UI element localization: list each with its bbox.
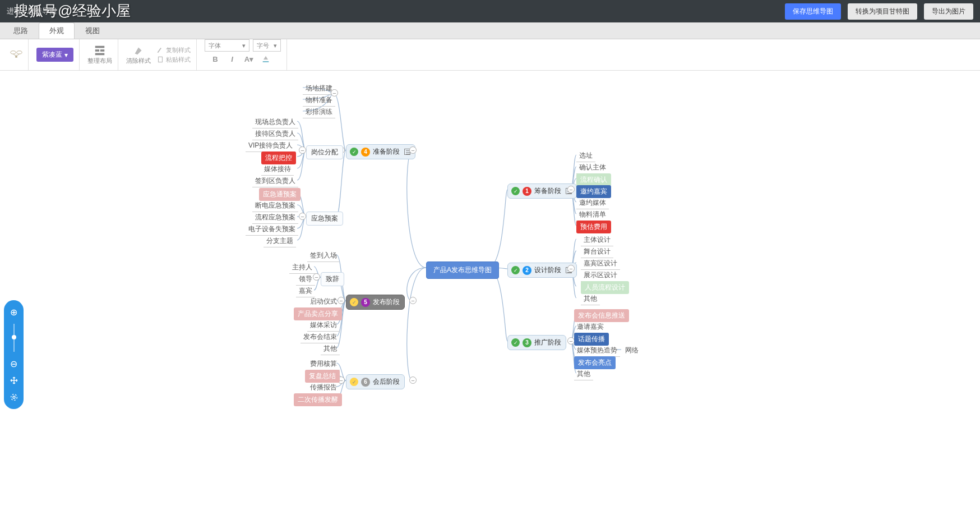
font-size-select[interactable]: 字号▾ <box>253 39 281 52</box>
save-button[interactable]: 保存思维导图 <box>785 3 841 20</box>
leaf[interactable]: 话题传播 <box>574 333 609 346</box>
leaf[interactable]: 媒体采访 <box>307 319 340 332</box>
expand-toggle[interactable]: − <box>331 89 338 97</box>
svg-rect-5 <box>100 49 104 52</box>
leaf[interactable]: 人员流程设计 <box>581 281 629 294</box>
app-header: 进程 · 思维导图 保存思维导图 转换为项目甘特图 导出为图片 <box>0 0 980 22</box>
mid-node[interactable]: 应急预案 <box>306 212 343 226</box>
font-color-button[interactable]: A▾ <box>244 54 254 64</box>
leaf[interactable]: 其他 <box>581 293 600 305</box>
leaf[interactable]: 复盘总结 <box>305 370 340 383</box>
leaf[interactable]: 彩排演练 <box>303 106 335 118</box>
leaf[interactable]: 其他 <box>321 343 340 355</box>
leaf[interactable]: 流程应急预案 <box>252 212 298 224</box>
leaf[interactable]: 传播报告 <box>307 382 340 394</box>
move-icon[interactable] <box>9 375 19 385</box>
leaf[interactable]: 邀约嘉宾 <box>576 185 611 198</box>
expand-toggle[interactable]: − <box>299 146 306 154</box>
expand-toggle[interactable]: − <box>409 146 417 154</box>
leaf[interactable]: 断电应急预案 <box>252 200 298 212</box>
leaf[interactable]: 启动仪式 <box>307 296 340 308</box>
leaf[interactable]: 邀请嘉宾 <box>574 321 607 333</box>
svg-rect-7 <box>159 57 163 62</box>
tab-bar: 思路 外观 视图 <box>0 22 980 39</box>
leaf[interactable]: 接待区负责人 <box>252 128 298 140</box>
stage-ready[interactable]: 4准备阶段 <box>346 144 415 159</box>
italic-button[interactable]: I <box>227 54 237 64</box>
leaf[interactable]: 确认主体 <box>576 162 609 174</box>
zoom-panel: ⊕ ⊖ <box>4 300 24 409</box>
tab-appearance[interactable]: 外观 <box>39 22 75 39</box>
paste-style-button[interactable]: 粘贴样式 <box>156 56 191 64</box>
tab-view[interactable]: 视图 <box>75 22 110 39</box>
svg-point-0 <box>11 50 16 54</box>
leaf[interactable]: 媒体预热造势 <box>574 345 620 357</box>
leaf-extra[interactable]: 网络 <box>622 345 641 356</box>
leaf[interactable]: 舞台设计 <box>581 246 613 258</box>
svg-rect-3 <box>95 46 105 48</box>
bold-button[interactable]: B <box>210 54 220 64</box>
expand-toggle[interactable]: − <box>409 377 417 384</box>
stage-promotion[interactable]: 3推广阶段 <box>507 335 566 350</box>
leaf[interactable]: 发布会信息推送 <box>574 309 629 322</box>
leaf[interactable]: 发布会亮点 <box>574 356 616 369</box>
root-node[interactable]: 产品A发布思维导图 <box>426 261 499 279</box>
theme-select[interactable]: 紫凑蓝▾ <box>36 48 73 62</box>
leaf[interactable]: 现场总负责人 <box>252 116 298 128</box>
svg-point-9 <box>13 396 15 398</box>
leaf[interactable]: 领导 <box>296 273 315 286</box>
font-family-select[interactable]: 字体▾ <box>205 39 249 52</box>
leaf[interactable]: 签到区负责人 <box>252 175 298 187</box>
leaf[interactable]: 物料清单 <box>576 209 609 221</box>
zoom-thumb[interactable] <box>12 335 16 339</box>
copy-style-button[interactable]: 复制样式 <box>156 46 191 54</box>
connection-lines <box>0 71 980 505</box>
structure-icon[interactable] <box>10 49 22 61</box>
locate-icon[interactable] <box>9 392 19 402</box>
stage-design[interactable]: 2设计阶段 <box>507 263 577 278</box>
clear-style-button[interactable]: 清除样式 <box>126 44 151 65</box>
leaf[interactable]: 主持人 <box>289 261 315 274</box>
stage-after[interactable]: 6会后阶段 <box>346 374 405 389</box>
zoom-slider[interactable] <box>13 324 15 352</box>
fill-color-button[interactable] <box>261 54 271 64</box>
mindmap-canvas[interactable]: 产品A发布思维导图 1筹备阶段 − 2设计阶段 − 3推广阶段 − 选址 确认主… <box>0 71 980 505</box>
stage-prepare[interactable]: 1筹备阶段 <box>507 183 577 199</box>
leaf[interactable]: 产品卖点分享 <box>294 307 342 320</box>
expand-toggle[interactable]: − <box>567 265 575 272</box>
leaf[interactable]: 流程把控 <box>261 152 296 164</box>
leaf[interactable]: 展示区设计 <box>581 269 620 282</box>
leaf[interactable]: 媒体接待 <box>261 163 294 176</box>
svg-rect-4 <box>95 49 99 52</box>
leaf[interactable]: VIP接待负责人 <box>246 140 295 152</box>
leaf[interactable]: 嘉宾区设计 <box>581 258 620 270</box>
leaf[interactable]: 费用核算 <box>307 358 340 370</box>
leaf[interactable]: 邀约媒体 <box>576 197 609 209</box>
expand-toggle[interactable]: − <box>567 186 575 193</box>
expand-toggle[interactable]: − <box>299 213 306 220</box>
leaf[interactable]: 选址 <box>576 150 595 162</box>
layout-button[interactable]: 整理布局 <box>87 44 112 65</box>
leaf[interactable]: 物料准备 <box>303 94 335 107</box>
leaf[interactable]: 签到入场 <box>307 250 340 262</box>
leaf[interactable]: 电子设备失预案 <box>246 223 298 236</box>
leaf[interactable]: 二次传播发酵 <box>294 393 342 406</box>
expand-toggle[interactable]: − <box>409 297 417 304</box>
export-image-button[interactable]: 导出为图片 <box>924 3 973 20</box>
leaf[interactable]: 分支主题 <box>264 235 296 247</box>
svg-rect-6 <box>95 53 105 56</box>
stage-release[interactable]: 5发布阶段 <box>346 295 405 310</box>
leaf[interactable]: 其他 <box>574 368 593 380</box>
mid-node[interactable]: 岗位分配 <box>306 145 343 159</box>
leaf[interactable]: 发布会结束 <box>301 331 340 343</box>
zoom-in-button[interactable]: ⊕ <box>9 307 19 317</box>
leaf[interactable]: 预估费用 <box>576 221 611 233</box>
convert-gantt-button[interactable]: 转换为项目甘特图 <box>848 3 917 20</box>
toolbar: 紫凑蓝▾ 整理布局 清除样式 复制样式 粘贴样式 字体▾ 字号▾ B I A▾ <box>0 39 980 71</box>
tab-idea[interactable]: 思路 <box>3 22 39 39</box>
leaf[interactable]: 流程确认 <box>576 173 611 186</box>
zoom-out-button[interactable]: ⊖ <box>9 359 19 369</box>
leaf[interactable]: 主体设计 <box>581 234 613 246</box>
leaf[interactable]: 应急通预案 <box>259 188 301 201</box>
mid-node[interactable]: 致辞 <box>321 272 344 286</box>
